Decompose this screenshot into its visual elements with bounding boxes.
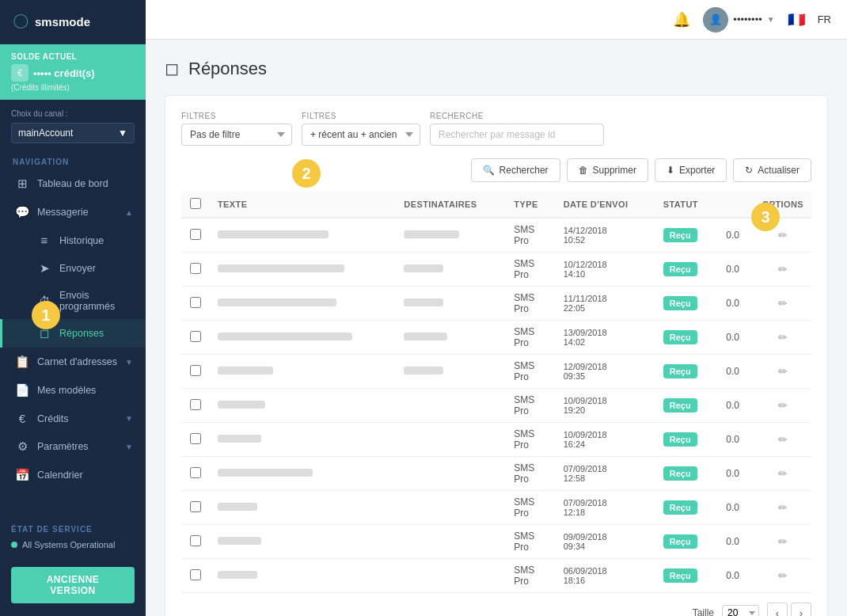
channel-chevron-icon: ▼ bbox=[118, 127, 127, 139]
row-options: ✏ bbox=[754, 389, 811, 423]
notification-bell-icon[interactable]: 🔔 bbox=[673, 11, 690, 29]
sidebar-item-messagerie[interactable]: 💬 Messagerie ▲ bbox=[0, 198, 146, 226]
edit-icon[interactable]: ✏ bbox=[778, 331, 788, 344]
sidebar-item-credits[interactable]: € Crédits ▼ bbox=[0, 405, 146, 432]
row-text bbox=[210, 253, 396, 287]
row-type: SMS Pro bbox=[506, 218, 555, 253]
sidebar-item-reponses[interactable]: ◻ Réponses bbox=[0, 319, 146, 348]
sidebar-item-label: Paramètres bbox=[37, 441, 117, 452]
row-date: 14/12/2018 10:52 bbox=[556, 218, 655, 253]
row-status: Reçu bbox=[655, 218, 718, 253]
channel-label: Choix du canal : bbox=[11, 109, 135, 118]
select-all-checkbox[interactable] bbox=[190, 198, 201, 209]
edit-icon[interactable]: ✏ bbox=[778, 535, 788, 548]
filter-group-2: Filtres + récent au + ancien bbox=[302, 112, 420, 146]
row-dest bbox=[396, 491, 506, 525]
channel-select[interactable]: mainAccount ▼ bbox=[11, 123, 135, 143]
page-icon: ◻ bbox=[165, 59, 179, 79]
table-row: SMS Pro 10/09/2018 19:20 Reçu 0.0 ✏ bbox=[181, 389, 811, 423]
row-text bbox=[210, 355, 396, 389]
prev-page-button[interactable]: ‹ bbox=[767, 603, 788, 616]
sidebar-item-label: Tableau de bord bbox=[37, 178, 133, 189]
row-type: SMS Pro bbox=[506, 457, 555, 491]
edit-icon[interactable]: ✏ bbox=[778, 365, 788, 378]
filter-group-search: Recherche bbox=[430, 112, 604, 146]
edit-icon[interactable]: ✏ bbox=[778, 433, 788, 446]
row-date: 10/09/2018 16:24 bbox=[556, 423, 655, 457]
row-date: 09/09/2018 09:34 bbox=[556, 525, 655, 559]
row-checkbox[interactable] bbox=[190, 229, 201, 240]
row-options: ✏ bbox=[754, 218, 811, 253]
row-checkbox[interactable] bbox=[190, 569, 201, 580]
sidebar-item-envois-programmes[interactable]: ⏱ Envois programmés bbox=[0, 283, 146, 319]
row-checkbox[interactable] bbox=[190, 467, 201, 478]
messagerie-icon: 💬 bbox=[15, 205, 29, 219]
edit-icon[interactable]: ✏ bbox=[778, 229, 788, 241]
row-status: Reçu bbox=[655, 525, 718, 559]
lang-label[interactable]: FR bbox=[818, 13, 831, 25]
sidebar-item-label: Envois programmés bbox=[59, 290, 133, 312]
edit-icon[interactable]: ✏ bbox=[778, 467, 788, 480]
search-button[interactable]: 🔍 Rechercher bbox=[471, 158, 560, 182]
row-checkbox[interactable] bbox=[190, 331, 201, 342]
next-page-button[interactable]: › bbox=[791, 603, 811, 616]
edit-icon[interactable]: ✏ bbox=[778, 501, 788, 514]
search-input[interactable] bbox=[430, 124, 604, 146]
filter1-select[interactable]: Pas de filtre bbox=[181, 124, 292, 146]
row-checkbox[interactable] bbox=[190, 263, 201, 274]
row-text bbox=[210, 423, 396, 457]
row-date: 10/09/2018 19:20 bbox=[556, 389, 655, 423]
modeles-icon: 📄 bbox=[15, 383, 29, 397]
sidebar-item-envoyer[interactable]: ➤ Envoyer bbox=[0, 254, 146, 283]
status-badge: Reçu bbox=[663, 398, 697, 413]
row-dest bbox=[396, 559, 506, 593]
etat-text: All Systems Operational bbox=[22, 540, 115, 549]
delete-button[interactable]: 🗑 Supprimer bbox=[567, 158, 648, 182]
filter-group-1: Filtres Pas de filtre bbox=[181, 112, 292, 146]
sidebar-item-parametres[interactable]: ⚙ Paramètres ▼ bbox=[0, 432, 146, 461]
row-checkbox[interactable] bbox=[190, 535, 201, 546]
sidebar-item-mes-modeles[interactable]: 📄 Mes modèles bbox=[0, 376, 146, 405]
row-value: 0.0 bbox=[718, 491, 754, 525]
refresh-icon: ↻ bbox=[745, 165, 753, 176]
sidebar-item-historique[interactable]: ≡ Historique bbox=[0, 226, 146, 254]
filter2-select[interactable]: + récent au + ancien bbox=[302, 124, 420, 146]
filter2-label: Filtres bbox=[302, 112, 420, 120]
row-checkbox[interactable] bbox=[190, 399, 201, 410]
col-value bbox=[718, 192, 754, 218]
row-options: ✏ bbox=[754, 423, 811, 457]
row-text bbox=[210, 525, 396, 559]
table-wrap: Texte Destinataires Type Date d'envoi St… bbox=[181, 192, 811, 593]
table-row: SMS Pro 07/09/2018 12:58 Reçu 0.0 ✏ bbox=[181, 457, 811, 491]
row-checkbox[interactable] bbox=[190, 297, 201, 308]
refresh-button[interactable]: ↻ Actualiser bbox=[733, 158, 811, 182]
edit-icon[interactable]: ✏ bbox=[778, 263, 788, 276]
user-menu[interactable]: 👤 •••••••• ▼ bbox=[703, 7, 774, 32]
sidebar-item-carnet-adresses[interactable]: 📋 Carnet d'adresses ▼ bbox=[0, 348, 146, 376]
sidebar-item-tableau-de-bord[interactable]: ⊞ Tableau de bord bbox=[0, 169, 146, 198]
channel-selector: Choix du canal : mainAccount ▼ bbox=[0, 100, 146, 150]
page-header: ◻ Réponses bbox=[165, 59, 828, 79]
edit-icon[interactable]: ✏ bbox=[778, 569, 788, 582]
row-checkbox[interactable] bbox=[190, 365, 201, 376]
old-version-button[interactable]: ANCIENNE VERSION bbox=[11, 567, 135, 603]
row-text bbox=[210, 491, 396, 525]
balance-label: SOLDE ACTUEL bbox=[11, 52, 135, 61]
filters-row: Filtres Pas de filtre Filtres + récent a… bbox=[181, 112, 811, 146]
page-size-select[interactable]: 20 10 50 100 bbox=[722, 605, 759, 616]
row-type: SMS Pro bbox=[506, 355, 555, 389]
balance-section: SOLDE ACTUEL € ••••• crédit(s) (Crédits … bbox=[0, 44, 146, 100]
sidebar-item-label: Historique bbox=[59, 235, 133, 246]
search-button-label: Rechercher bbox=[499, 165, 549, 176]
chevron-down-icon: ▼ bbox=[125, 414, 133, 423]
row-options: ✏ bbox=[754, 491, 811, 525]
row-value: 0.0 bbox=[718, 525, 754, 559]
row-checkbox[interactable] bbox=[190, 433, 201, 444]
edit-icon[interactable]: ✏ bbox=[778, 297, 788, 310]
row-checkbox[interactable] bbox=[190, 501, 201, 512]
export-button[interactable]: ⬇ Exporter bbox=[655, 158, 727, 182]
edit-icon[interactable]: ✏ bbox=[778, 399, 788, 412]
sidebar-item-label: Réponses bbox=[59, 328, 133, 339]
sidebar-item-calendrier[interactable]: 📅 Calendrier bbox=[0, 461, 146, 489]
table-row: SMS Pro 06/09/2018 18:16 Reçu 0.0 ✏ bbox=[181, 559, 811, 593]
